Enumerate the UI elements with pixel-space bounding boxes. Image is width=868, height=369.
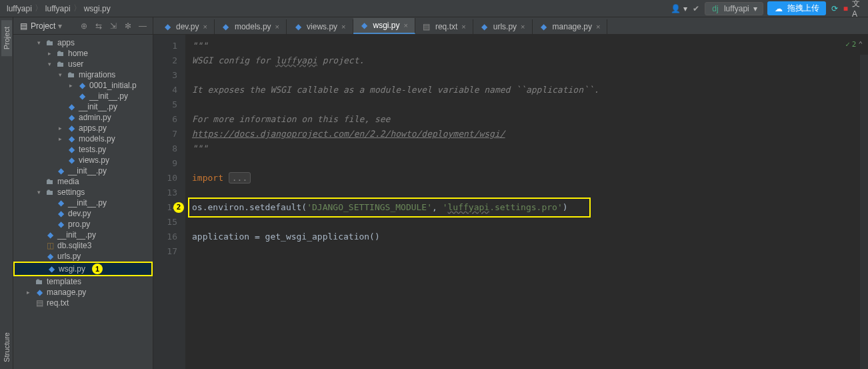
chevron-down-icon: ▾ [58, 21, 62, 31]
breadcrumb[interactable]: luffyapi 〉 luffyapi 〉 wsgi.py [7, 3, 111, 14]
tab-label: urls.py [493, 22, 517, 31]
tree-item-urls-py[interactable]: ◆urls.py [13, 251, 153, 262]
tree-item-templates[interactable]: 🖿templates [13, 276, 153, 287]
tree-arrow-icon[interactable]: ▾ [35, 189, 43, 196]
code-line-1[interactable]: """ [192, 39, 861, 53]
tree-arrow-icon[interactable]: ▾ [45, 61, 53, 67]
tab-label: views.py [307, 22, 337, 31]
close-icon[interactable]: × [404, 21, 408, 29]
upload-button[interactable]: ☁ 拖拽上传 [767, 1, 826, 15]
git-icon[interactable]: ✔ [691, 4, 701, 13]
tree-item-label: __init__.py [79, 102, 117, 111]
tree-item-tests-py[interactable]: ◆tests.py [13, 144, 153, 155]
collapse-icon[interactable]: ⇲ [109, 21, 118, 31]
tree-item-pro-py[interactable]: ◆pro.py [13, 219, 153, 230]
code-content[interactable]: ✓ 2 ⌃ """WSGI config for luffyapi projec… [185, 35, 868, 369]
tree-item-label: req.txt [47, 298, 69, 308]
tab-models-py[interactable]: ◆models.py× [215, 19, 287, 34]
close-icon[interactable]: × [461, 23, 465, 31]
tree-arrow-icon[interactable]: ▾ [35, 39, 43, 46]
annotation-badge: 1 [92, 264, 103, 274]
code-line-6[interactable]: For more information on this file, see [192, 112, 861, 127]
tab-req-txt[interactable]: ▤req.txt× [415, 19, 473, 34]
tree-item-label: dev.py [68, 209, 91, 218]
gear-icon[interactable]: ✻ [123, 21, 133, 31]
run-config-label: luffyapi [724, 4, 749, 13]
tree-arrow-icon[interactable]: ▾ [56, 71, 64, 78]
code-line-2[interactable]: WSGI config for luffyapi project. [192, 53, 861, 68]
tree-item-0001-initial-p[interactable]: ▸◆0001_initial.p [13, 80, 153, 91]
tree-item---init---py[interactable]: ◆__init__.py [13, 165, 153, 176]
close-icon[interactable]: × [203, 23, 207, 31]
split-icon[interactable]: ⇆ [94, 21, 103, 31]
tree-item-apps[interactable]: ▾🖿apps [13, 37, 153, 48]
side-tab-structure[interactable]: Structure [1, 326, 12, 369]
tree-item-label: wsgi.py [59, 264, 85, 274]
code-line-14[interactable]: os.environ.setdefault('DJANGO_SETTINGS_M… [192, 200, 861, 215]
close-red-icon[interactable]: ■ [843, 4, 848, 13]
user-icon[interactable]: 👤▾ [671, 4, 687, 13]
tree-arrow-icon[interactable]: ▸ [67, 82, 75, 89]
project-tree[interactable]: ▾🖿apps▸🖿home▾🖿user▾🖿migrations▸◆0001_ini… [13, 35, 153, 369]
code-line-5[interactable] [192, 97, 861, 112]
tree-item---init---py[interactable]: ◆__init__.py [13, 91, 153, 101]
tree-item-home[interactable]: ▸🖿home [13, 48, 153, 59]
tab-manage-py[interactable]: ◆manage.py× [533, 19, 608, 34]
tree-item-dev-py[interactable]: ◆dev.py [13, 208, 153, 219]
close-icon[interactable]: × [275, 23, 279, 31]
tab-dev-py[interactable]: ◆dev.py× [156, 19, 215, 34]
tree-item-wsgi-py[interactable]: ◆wsgi.py1 [13, 262, 153, 276]
close-icon[interactable]: × [521, 23, 525, 31]
breadcrumb-item[interactable]: luffyapi [7, 4, 32, 13]
tree-item-models-py[interactable]: ▸◆models.py [13, 133, 153, 144]
tree-item-db-sqlite3[interactable]: ◫db.sqlite3 [13, 240, 153, 251]
code-line-17[interactable] [192, 244, 861, 259]
tab-views-py[interactable]: ◆views.py× [287, 19, 353, 34]
tree-item-req-txt[interactable]: ▤req.txt [13, 298, 153, 308]
tree-item-admin-py[interactable]: ◆admin.py [13, 112, 153, 123]
tree-arrow-icon[interactable]: ▸ [56, 135, 64, 142]
tree-item-migrations[interactable]: ▾🖿migrations [13, 69, 153, 80]
file-icon: ◆ [480, 22, 489, 31]
tree-arrow-icon[interactable]: ▸ [24, 289, 32, 296]
tree-arrow-icon[interactable]: ▸ [45, 50, 53, 57]
tree-item-manage-py[interactable]: ▸◆manage.py [13, 287, 153, 298]
tree-item-label: manage.py [47, 288, 86, 297]
tree-item---init---py[interactable]: ◆__init__.py [13, 101, 153, 112]
code-line-9[interactable] [192, 156, 861, 171]
code-line-8[interactable]: """ [192, 141, 861, 156]
side-tab-project[interactable]: Project [1, 20, 12, 56]
run-config-select[interactable]: dj luffyapi ▾ [705, 2, 763, 15]
code-line-10[interactable]: import ... [192, 171, 861, 186]
breadcrumb-item[interactable]: luffyapi [45, 4, 71, 13]
tree-item---init---py[interactable]: ◆__init__.py [13, 230, 153, 240]
tree-item---init---py[interactable]: ◆__init__.py [13, 198, 153, 208]
left-tool-strip: Project Structure [0, 17, 13, 369]
code-line-16[interactable]: application = get_wsgi_application() [192, 230, 861, 244]
refresh-icon[interactable]: ⟳ [830, 4, 839, 13]
annotation-badge: 2 [173, 202, 184, 213]
close-icon[interactable]: × [596, 23, 600, 31]
tree-item-views-py[interactable]: ◆views.py [13, 155, 153, 165]
tree-item-user[interactable]: ▾🖿user [13, 59, 153, 69]
code-line-3[interactable] [192, 68, 861, 83]
tab-wsgi-py[interactable]: ◆wsgi.py× [353, 18, 415, 34]
target-icon[interactable]: ⊕ [79, 21, 89, 31]
project-icon: ▤ [19, 21, 28, 31]
tab-urls-py[interactable]: ◆urls.py× [473, 19, 533, 34]
tree-item-label: urls.py [57, 252, 81, 261]
tree-item-media[interactable]: 🖿media [13, 176, 153, 187]
tree-item-label: migrations [79, 70, 115, 79]
code-line-7[interactable]: https://docs.djangoproject.com/en/2.2/ho… [192, 127, 861, 141]
minimize-icon[interactable]: — [138, 21, 147, 31]
project-panel-title[interactable]: ▤ Project ▾ [19, 21, 75, 31]
django-icon: dj [711, 4, 720, 13]
code-line-4[interactable]: It exposes the WSGI callable as a module… [192, 83, 861, 97]
breadcrumb-item[interactable]: wsgi.py [84, 4, 111, 13]
close-icon[interactable]: × [341, 23, 345, 31]
tree-item-apps-py[interactable]: ▸◆apps.py [13, 123, 153, 133]
code-highlight [188, 198, 591, 218]
translate-icon[interactable]: 文A [852, 4, 861, 13]
tree-item-settings[interactable]: ▾🖿settings [13, 187, 153, 198]
tree-arrow-icon[interactable]: ▸ [56, 125, 64, 131]
